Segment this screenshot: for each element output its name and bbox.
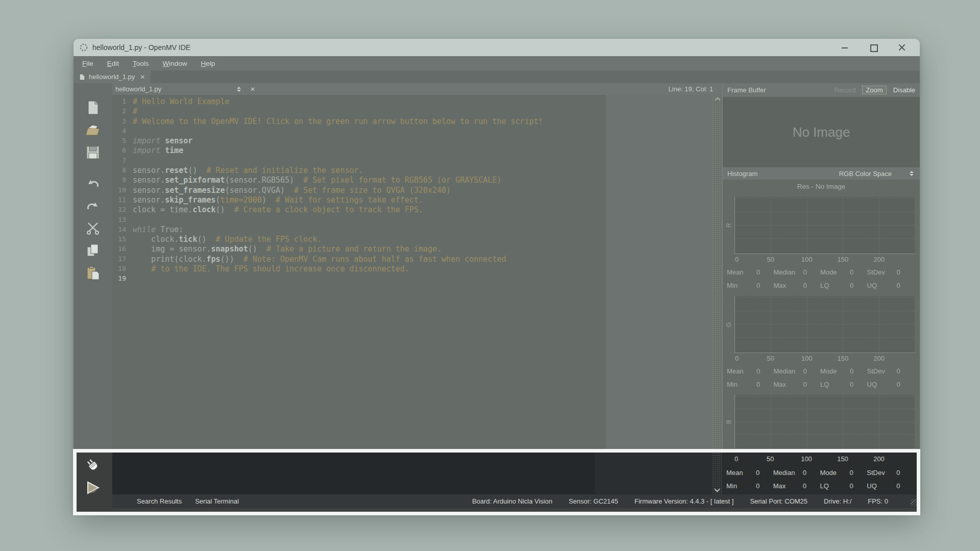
code-line: sensor.set_pixformat(sensor.RGB565) # Se…	[133, 176, 712, 185]
copy-icon[interactable]	[83, 241, 103, 260]
stat: Mean0	[726, 469, 773, 477]
stat-label: Mode	[820, 367, 850, 375]
menu-item[interactable]: Window	[163, 60, 187, 67]
tab-close-icon[interactable]: ✕	[138, 73, 145, 81]
line-number: 19	[112, 273, 126, 283]
line-number: 17	[112, 254, 126, 264]
code-line	[133, 215, 712, 225]
stat-value: 0	[803, 367, 821, 375]
redo-icon[interactable]	[83, 196, 103, 215]
maximize-icon[interactable]	[870, 44, 877, 51]
stat-label: LQ	[820, 282, 850, 289]
stat: LQ0	[820, 381, 867, 388]
open-file-icon[interactable]	[83, 121, 103, 139]
tick-label: 150	[838, 355, 849, 362]
close-icon[interactable]	[898, 44, 905, 51]
stat-label: Median	[774, 367, 803, 375]
undo-icon[interactable]	[83, 174, 103, 192]
usb-connect-icon[interactable]	[84, 457, 102, 475]
code-line	[133, 127, 712, 136]
bottom-tab[interactable]: Serial Terminal	[195, 497, 239, 505]
stat-value: 0	[897, 381, 914, 388]
line-number: 14	[112, 224, 126, 234]
menu-item[interactable]: Help	[201, 60, 215, 67]
stat: Median0	[774, 367, 821, 375]
frame-buffer-buttons: Record Zoom Disable	[834, 86, 915, 94]
status-item: FPS: 0	[868, 497, 888, 505]
minimize-icon[interactable]	[841, 44, 848, 51]
stat-label: Max	[774, 381, 803, 388]
code-line: # Welcome to the OpenMV IDE! Click on th…	[133, 117, 712, 127]
tick-label: 200	[873, 256, 885, 263]
menu-item[interactable]: Tools	[133, 60, 149, 67]
document-toolbar: helloworld_1.py ✕ Line: 19, Col: 1	[112, 83, 722, 95]
bottom-tab[interactable]: Search Results	[137, 497, 182, 505]
code-line: print(clock.fps()) # Note: OpenMV Cam ru…	[133, 255, 712, 264]
stat-value: 0	[756, 268, 774, 276]
color-space-selector[interactable]: RGB Color Space	[839, 170, 892, 178]
serial-terminal-output[interactable]	[112, 453, 712, 494]
openmv-logo-icon	[80, 43, 88, 52]
code-line: import sensor	[133, 136, 712, 146]
status-bar: Search ResultsSerial Terminal Board: Ard…	[112, 494, 920, 508]
r-stats-row2: Min0Max0LQ0UQ0	[723, 279, 920, 292]
tick-label: 100	[801, 355, 813, 362]
stat-value: 0	[803, 268, 821, 276]
run-script-icon[interactable]	[85, 480, 101, 495]
code-line: sensor.set_framesize(sensor.QVGA) # Set …	[133, 186, 712, 195]
zoom-button[interactable]: Zoom	[862, 86, 886, 94]
status-item: Drive: H:/	[824, 497, 851, 505]
cut-icon[interactable]	[83, 219, 103, 237]
tick-label: 200	[873, 455, 885, 463]
document-close-icon[interactable]: ✕	[250, 86, 255, 93]
editor-scrollbar[interactable]	[712, 95, 722, 453]
histogram-b-chart: B	[723, 395, 920, 448]
menu-item[interactable]: File	[82, 60, 93, 67]
status-item: Firmware Version: 4.4.3 - [ latest ]	[634, 497, 733, 505]
stat-label: StDev	[867, 268, 897, 276]
scroll-up-icon[interactable]	[715, 97, 720, 103]
g-axis-ticks: 050100150200	[734, 353, 915, 364]
histogram-title: Histogram	[727, 170, 757, 178]
stat-value: 0	[803, 469, 820, 477]
record-button: Record	[834, 86, 855, 94]
line-number: 10	[112, 185, 126, 195]
stat-value: 0	[896, 482, 914, 490]
screen: helloworld_1.py - OpenMV IDE FileEditToo…	[0, 0, 980, 551]
code-line: sensor.skip_frames(time=2000) # Wait for…	[133, 195, 712, 205]
stat: LQ0	[820, 482, 867, 490]
g-plot-area	[734, 296, 915, 353]
resolution-label: Res - No Image	[723, 180, 920, 193]
b-stats-row1: Mean0Median0Mode0StDev0	[722, 466, 920, 479]
frame-buffer-panel: Frame Buffer Record Zoom Disable No Imag…	[722, 83, 920, 453]
paste-icon[interactable]	[83, 264, 103, 282]
tab-helloworld[interactable]: helloworld_1.py ✕	[74, 70, 151, 83]
stat-value: 0	[756, 469, 773, 477]
tick-label: 150	[837, 455, 848, 463]
line-number: 13	[112, 215, 126, 224]
titlebar[interactable]: helloworld_1.py - OpenMV IDE	[74, 39, 920, 56]
save-file-icon[interactable]	[83, 143, 103, 162]
stat-value: 0	[756, 482, 773, 490]
updown-icon[interactable]	[910, 171, 914, 176]
g-stats-row1: Mean0Median0Mode0StDev0	[723, 364, 920, 378]
bottom-upper: 050100150200 Mean0Median0Mode0StDev0 Min…	[112, 453, 920, 494]
stat: Min0	[726, 482, 773, 490]
stat-label: Median	[773, 469, 803, 477]
disable-button[interactable]: Disable	[893, 86, 915, 94]
new-file-icon[interactable]	[83, 98, 103, 117]
stat-label: Mean	[726, 469, 756, 477]
code-line: import time	[133, 146, 712, 156]
terminal-scrollbar[interactable]	[712, 453, 722, 494]
menu-item[interactable]: Edit	[107, 60, 119, 67]
resize-grip-icon[interactable]	[911, 499, 918, 507]
code-line: #	[133, 107, 712, 116]
line-number: 16	[112, 244, 126, 254]
stat-value: 0	[850, 367, 867, 375]
scroll-down-icon[interactable]	[714, 486, 720, 492]
code-line: clock = time.clock() # Create a clock ob…	[133, 205, 712, 215]
b-plot-area	[734, 395, 915, 448]
g-axis-label: G	[723, 296, 734, 353]
code-editor[interactable]: 12345678910111213141516171819 # Hello Wo…	[112, 95, 722, 453]
document-selector[interactable]: helloworld_1.py	[115, 85, 243, 93]
